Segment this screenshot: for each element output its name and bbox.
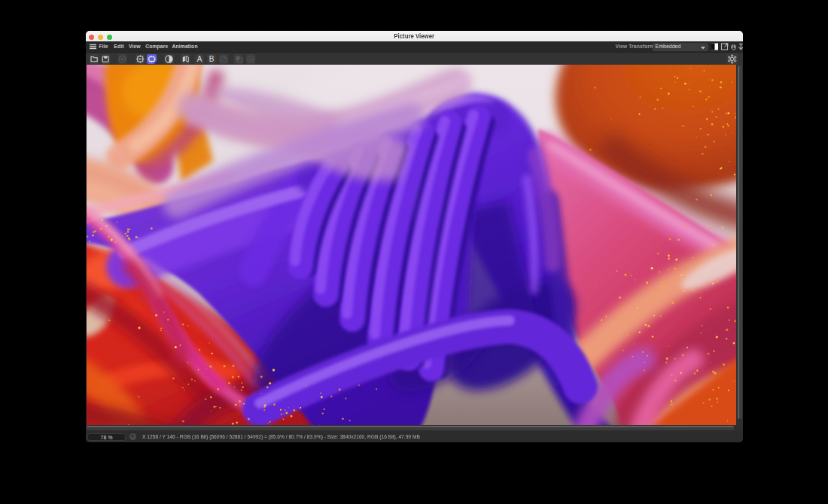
svg-text:A: A — [197, 55, 202, 63]
svg-text:B: B — [209, 55, 215, 63]
